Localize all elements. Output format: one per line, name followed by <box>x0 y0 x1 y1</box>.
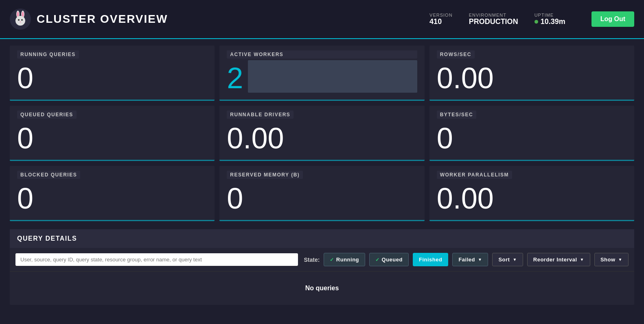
metric-label-worker-parallelism: WORKER PARALLELISM <box>437 171 512 179</box>
svg-point-7 <box>21 19 23 21</box>
metric-card-active-workers: ACTIVE WORKERS2 <box>219 46 424 101</box>
environment-info: ENVIRONMENT PRODUCTION <box>469 13 518 26</box>
metric-label-queued-queries: QUEUED QUERIES <box>17 111 77 119</box>
metric-card-blocked-queries: BLOCKED QUERIES0 <box>10 166 215 221</box>
metric-card-runnable-drivers: RUNNABLE DRIVERS0.00 <box>219 106 424 161</box>
svg-point-5 <box>15 16 25 26</box>
running-filter-button[interactable]: ✓ Running <box>324 253 365 266</box>
metric-bar-queued-queries <box>10 160 215 161</box>
version-label: VERSION <box>429 13 453 17</box>
search-input[interactable] <box>15 253 298 266</box>
metric-bar-running-queries <box>10 100 215 101</box>
metric-label-reserved-memory: RESERVED MEMORY (B) <box>227 171 303 179</box>
metric-card-queued-queries: QUEUED QUERIES0 <box>10 106 215 161</box>
failed-chevron-icon: ▼ <box>478 257 482 262</box>
metric-bar-active-workers <box>219 100 424 101</box>
metric-value-blocked-queries: 0 <box>17 180 207 219</box>
running-check-icon: ✓ <box>330 257 334 263</box>
metric-label-active-workers: ACTIVE WORKERS <box>227 50 417 59</box>
finished-filter-button[interactable]: Finished <box>413 253 448 266</box>
metrics-grid: RUNNING QUERIES0ACTIVE WORKERS2ROWS/SEC0… <box>0 39 644 228</box>
logout-button[interactable]: Log Out <box>591 11 634 27</box>
metric-bar-reserved-memory <box>219 220 424 221</box>
environment-label: ENVIRONMENT <box>469 13 506 17</box>
uptime-label: UPTIME <box>534 13 554 17</box>
metric-value-rows-sec: 0.00 <box>437 60 627 98</box>
uptime-value: 10.39m <box>534 17 565 26</box>
metric-value-running-queries: 0 <box>17 60 207 98</box>
logo-area: CLUSTER OVERVIEW <box>10 9 168 30</box>
query-section: QUERY DETAILS State: ✓ Running ✓ Queued … <box>10 229 634 305</box>
metric-label-bytes-sec: BYTES/SEC <box>437 111 477 119</box>
query-toolbar: State: ✓ Running ✓ Queued Finished Faile… <box>10 248 634 272</box>
metric-label-runnable-drivers: RUNNABLE DRIVERS <box>227 111 294 119</box>
show-button[interactable]: Show ▼ <box>594 253 629 266</box>
metric-value-bytes-sec: 0 <box>437 120 627 159</box>
no-queries-message: No queries <box>10 272 634 305</box>
metric-value-queued-queries: 0 <box>17 120 207 159</box>
metric-bar-bytes-sec <box>429 160 634 161</box>
workers-content: 2 <box>227 60 417 98</box>
metric-card-worker-parallelism: WORKER PARALLELISM0.00 <box>429 166 634 221</box>
header-meta: VERSION 410 ENVIRONMENT PRODUCTION UPTIM… <box>429 11 634 27</box>
metric-value-worker-parallelism: 0.00 <box>437 180 627 219</box>
metric-bar-worker-parallelism <box>429 220 634 221</box>
failed-filter-button[interactable]: Failed ▼ <box>452 253 488 266</box>
svg-point-8 <box>20 22 21 22</box>
reorder-interval-button[interactable]: Reorder Interval ▼ <box>527 253 590 266</box>
reorder-chevron-icon: ▼ <box>580 257 584 262</box>
version-value: 410 <box>429 17 442 26</box>
app-header: CLUSTER OVERVIEW VERSION 410 ENVIRONMENT… <box>0 0 644 39</box>
metric-value-active-workers: 2 <box>227 60 243 98</box>
query-details-header: QUERY DETAILS <box>10 229 634 248</box>
app-title: CLUSTER OVERVIEW <box>37 13 168 26</box>
queued-filter-button[interactable]: ✓ Queued <box>369 253 409 266</box>
environment-value: PRODUCTION <box>469 17 518 26</box>
metric-card-bytes-sec: BYTES/SEC0 <box>429 106 634 161</box>
queued-check-icon: ✓ <box>375 257 380 263</box>
svg-point-6 <box>18 19 20 21</box>
version-info: VERSION 410 <box>429 13 453 26</box>
uptime-info: UPTIME 10.39m <box>534 13 565 26</box>
query-details-title: QUERY DETAILS <box>17 235 77 242</box>
metric-value-reserved-memory: 0 <box>227 180 417 219</box>
metric-card-reserved-memory: RESERVED MEMORY (B)0 <box>219 166 424 221</box>
metric-value-runnable-drivers: 0.00 <box>227 120 417 159</box>
sort-chevron-icon: ▼ <box>513 257 517 262</box>
metric-label-running-queries: RUNNING QUERIES <box>17 50 79 59</box>
metric-bar-rows-sec <box>429 100 634 101</box>
metric-card-rows-sec: ROWS/SEC0.00 <box>429 46 634 101</box>
svg-point-3 <box>17 12 19 17</box>
sort-button[interactable]: Sort ▼ <box>492 253 523 266</box>
uptime-dot <box>534 20 538 24</box>
metric-bar-blocked-queries <box>10 220 215 221</box>
state-label: State: <box>304 257 320 263</box>
metric-card-running-queries: RUNNING QUERIES0 <box>10 46 215 101</box>
logo-icon <box>10 9 31 30</box>
metric-bar-runnable-drivers <box>219 160 424 161</box>
metric-label-rows-sec: ROWS/SEC <box>437 50 475 59</box>
show-chevron-icon: ▼ <box>618 257 622 262</box>
svg-point-4 <box>22 12 24 17</box>
workers-chart <box>248 60 417 93</box>
metric-label-blocked-queries: BLOCKED QUERIES <box>17 171 80 179</box>
